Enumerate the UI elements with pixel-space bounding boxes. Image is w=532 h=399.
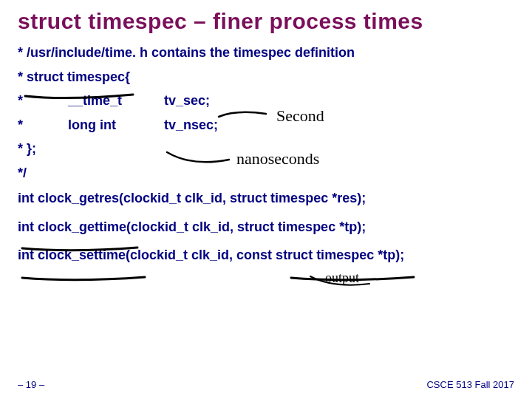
type-time-t: __time_t	[68, 92, 164, 109]
course-label: CSCE 513 Fall 2017	[426, 379, 514, 390]
page-number: – 19 –	[18, 379, 44, 390]
annotation-underline-tp	[288, 273, 421, 284]
line-include: * /usr/include/time. h contains the time…	[18, 44, 514, 61]
field-tv-nsec: tv_nsec;	[164, 117, 218, 132]
footer: – 19 – CSCE 513 Fall 2017	[18, 379, 514, 390]
type-long-int: long int	[68, 117, 164, 134]
line-tv-nsec: * long inttv_nsec;	[18, 117, 514, 134]
annotation-underline-gettime	[19, 273, 152, 284]
line-struct-close: * };	[18, 140, 514, 157]
field-tv-sec: tv_sec;	[164, 93, 210, 108]
line-tv-sec: * __time_ttv_sec;	[18, 92, 514, 109]
line-struct-open: * struct timespec{	[18, 69, 514, 86]
bullet: *	[18, 93, 23, 108]
func-settime: int clock_settime(clockid_t clk_id, cons…	[18, 247, 514, 264]
func-getres: int clock_getres(clockid_t clk_id, struc…	[18, 190, 514, 207]
svg-text:output: output	[325, 270, 359, 285]
bullet: *	[18, 117, 23, 132]
line-comment-close: */	[18, 165, 514, 182]
func-gettime: int clock_gettime(clockid_t clk_id, stru…	[18, 219, 514, 236]
slide-title: struct timespec – finer process times	[18, 9, 514, 34]
annotation-output: output	[296, 267, 443, 297]
